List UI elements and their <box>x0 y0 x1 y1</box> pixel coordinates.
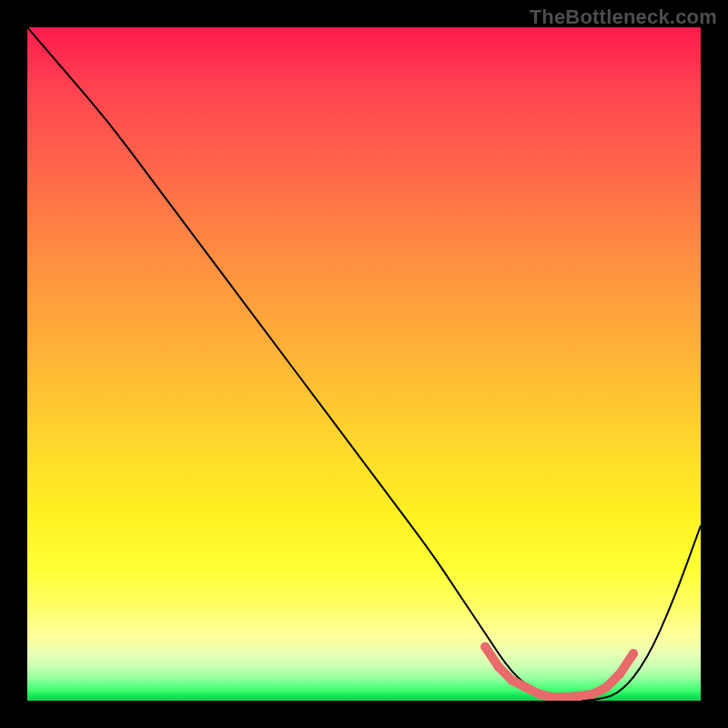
bottleneck-curve-path <box>27 27 701 701</box>
watermark-text: TheBottleneck.com <box>530 5 717 29</box>
optimal-marker-dot <box>629 649 638 658</box>
plot-area <box>27 27 701 701</box>
optimal-range-markers <box>480 642 638 701</box>
chart-svg <box>27 27 701 701</box>
